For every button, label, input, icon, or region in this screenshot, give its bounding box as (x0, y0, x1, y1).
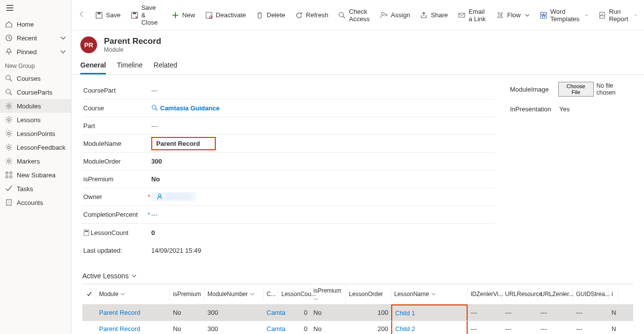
nav-tasks[interactable]: Tasks (0, 182, 71, 196)
row-select[interactable] (82, 325, 96, 333)
nav-label: Tasks (17, 185, 66, 193)
cmd-email-a-link[interactable]: Email a Link (454, 2, 490, 28)
check-icon (86, 291, 92, 297)
field-value-completion[interactable]: --- (151, 209, 495, 220)
save-close-icon (131, 11, 138, 19)
nav-markers[interactable]: Markers (0, 154, 71, 168)
col-lessoncount[interactable]: LessonCou... (278, 288, 310, 301)
lesson-link[interactable]: Child 1 (395, 309, 415, 317)
delete-icon (256, 11, 264, 19)
col-lessonorder[interactable]: LessonOrder (346, 288, 391, 301)
building-icon (5, 199, 13, 206)
svg-point-20 (381, 12, 384, 15)
nav-accounts[interactable]: Accounts (0, 196, 71, 209)
pin-icon (5, 48, 13, 56)
row-select[interactable] (82, 309, 96, 317)
grid-row[interactable]: Parent RecordNo300Camta0No100Child 1----… (82, 304, 633, 321)
chevron-down-icon (431, 292, 436, 297)
col-modulenumber[interactable]: ModuleNumber (204, 288, 264, 301)
cmd-share[interactable]: Share (416, 2, 452, 28)
svg-rect-27 (85, 231, 88, 232)
cmd-check-access[interactable]: Check Access (334, 2, 374, 28)
cell-c: Camta (264, 305, 278, 320)
tab-related[interactable]: Related (154, 58, 177, 74)
cell-lorder: 200 (346, 321, 391, 334)
nav-lessonfeedback[interactable]: LessonFeedback (0, 140, 71, 154)
clock-icon (5, 34, 13, 42)
nav-courseparts[interactable]: CourseParts (0, 85, 71, 99)
field-label-ispremium: isPremium (82, 175, 146, 183)
nav-home[interactable]: Home (0, 17, 71, 31)
field-label-lastupdated: Last updated: (82, 247, 146, 254)
field-value-modulename[interactable]: Parent Record (151, 135, 495, 152)
grid-row[interactable]: Parent RecordNo300Camta0No200Child 2----… (82, 321, 633, 334)
module-link[interactable]: Parent Record (99, 309, 140, 316)
cmd-save[interactable]: Save (91, 2, 125, 28)
cmd-assign[interactable]: Assign (376, 2, 414, 28)
field-value-moduleorder[interactable]: 300 (151, 156, 495, 167)
col-urlzenler[interactable]: URLZenler... (538, 288, 573, 301)
col-ispremium2[interactable]: isPremium ... (310, 284, 346, 304)
share-icon (420, 11, 428, 19)
col-lessonname[interactable]: LessonName (391, 288, 468, 301)
cell-idz: --- (468, 305, 502, 320)
field-value-lessoncount: 0 (151, 227, 495, 238)
cmd-word-templates[interactable]: Word Templates (536, 2, 592, 28)
cmd-flow[interactable]: Flow (492, 2, 533, 28)
nav-lessons[interactable]: Lessons (0, 113, 71, 127)
field-value-owner[interactable] (151, 190, 495, 203)
field-label-part: Part (82, 122, 146, 130)
lesson-link[interactable]: Child 2 (395, 325, 415, 333)
nav-new-subarea[interactable]: New Subarea (0, 168, 71, 182)
nav-recent[interactable]: Recent (0, 31, 71, 45)
cell-urlz: --- (538, 321, 573, 334)
refresh-icon (295, 11, 303, 19)
cmd-refresh[interactable]: Refresh (291, 2, 333, 28)
col-idzenler[interactable]: IDZenlerVi... (468, 288, 502, 301)
col-module[interactable]: Module (96, 288, 170, 301)
field-label-coursepart: CoursePart (82, 87, 146, 94)
chevron-down-icon (585, 13, 588, 18)
field-value-coursepart[interactable]: --- (151, 85, 495, 96)
cmd-label: Save & Close (141, 4, 162, 26)
nav-pinned[interactable]: Pinned (0, 45, 71, 59)
col-more[interactable]: i (609, 288, 618, 301)
col-c[interactable]: C... (264, 288, 278, 301)
col-select-all[interactable] (82, 288, 96, 300)
col-guidstream[interactable]: GUIDStrea... (573, 288, 609, 301)
module-link[interactable]: Parent Record (99, 325, 140, 333)
svg-rect-12 (6, 200, 11, 205)
cmd-new[interactable]: New (168, 2, 199, 28)
cmd-label: Word Templates (550, 8, 581, 23)
course-link[interactable]: Camtasia Guidance (151, 104, 220, 112)
main: SaveSave & CloseNewDeactivateDeleteRefre… (71, 0, 644, 334)
grid-header: Module isPremium ModuleNumber C... Lesso… (82, 284, 633, 304)
cmd-delete[interactable]: Delete (252, 2, 289, 28)
nav-lessonpoints[interactable]: LessonPoints (0, 127, 71, 140)
tab-general[interactable]: General (80, 58, 106, 74)
grid-icon (5, 171, 13, 179)
nav-label: LessonFeedback (17, 144, 66, 151)
cmd-deactivate[interactable]: Deactivate (201, 2, 250, 28)
cmd-label: Assign (391, 11, 410, 19)
choose-file-button[interactable]: Choose File (558, 82, 594, 97)
hamburger-button[interactable] (0, 0, 71, 17)
cell-isprem2: No (310, 321, 346, 334)
field-value-part[interactable]: --- (151, 120, 495, 132)
cmd-save-close[interactable]: Save & Close (127, 2, 166, 28)
col-urlresource[interactable]: URLResource (502, 288, 538, 301)
cell-lcou: 0 (278, 321, 310, 334)
nav-modules[interactable]: Modules (0, 99, 71, 113)
section-title-lessons[interactable]: Active Lessons (82, 272, 633, 280)
field-label-moduleorder: ModuleOrder (82, 158, 146, 165)
tab-timeline[interactable]: Timeline (117, 58, 142, 74)
field-value-ispremium[interactable]: No (151, 173, 495, 185)
cmd-run-report[interactable]: Run Report (594, 2, 641, 28)
form-area: CoursePart --- Course Camtasia Guidance (71, 75, 644, 334)
field-value-inpresentation[interactable]: Yes (559, 105, 570, 113)
svg-point-2 (6, 89, 10, 94)
nav-label: Markers (17, 158, 66, 165)
back-button[interactable] (74, 9, 89, 21)
nav-courses[interactable]: Courses (0, 71, 71, 85)
col-ispremium[interactable]: isPremium (170, 288, 204, 301)
